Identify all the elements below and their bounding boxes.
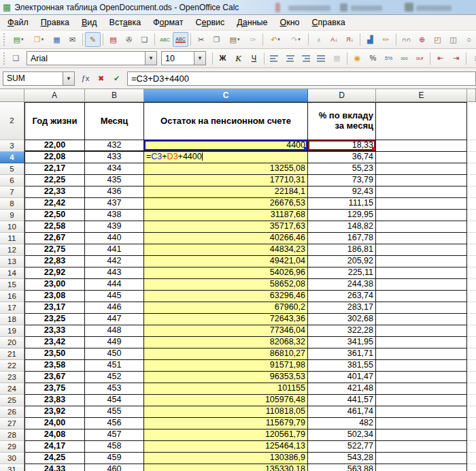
cell-C13[interactable]: 49421,04: [144, 256, 308, 267]
column-header-C[interactable]: C: [144, 89, 308, 102]
row-header-16[interactable]: 16: [0, 291, 24, 302]
row-header-12[interactable]: 12: [0, 244, 24, 256]
cell-D3[interactable]: 18,33: [308, 140, 376, 152]
menu-item-file[interactable]: Файл: [1, 15, 35, 30]
cell-D10[interactable]: 148,82: [308, 221, 376, 233]
row-header-17[interactable]: 17: [0, 302, 24, 314]
insert-chart-button[interactable]: ▟: [362, 32, 378, 47]
cell-C28[interactable]: 120561,79: [144, 429, 308, 441]
function-wizard-button[interactable]: ƒx: [78, 71, 93, 86]
cell-E18[interactable]: [376, 314, 467, 325]
menu-item-edit[interactable]: Правка: [35, 15, 75, 30]
cell-C10[interactable]: 35717,63: [144, 221, 308, 233]
column-header-D[interactable]: D: [308, 89, 376, 102]
export-pdf-button[interactable]: ▤: [105, 32, 121, 47]
cell-D9[interactable]: 129,95: [308, 210, 376, 221]
font-name-combo[interactable]: Arial ▼: [27, 51, 157, 65]
cell-B5[interactable]: 434: [85, 163, 144, 175]
cell-C26[interactable]: 110818,05: [144, 406, 308, 418]
cell-D12[interactable]: 186,81: [308, 244, 376, 256]
chevron-down-icon[interactable]: ▼: [194, 52, 205, 65]
cell-C29[interactable]: 125464,13: [144, 441, 308, 453]
cell-A18[interactable]: 23,25: [24, 314, 85, 325]
navigator-button[interactable]: ⊕: [414, 32, 430, 47]
cell-A12[interactable]: 22,75: [24, 244, 85, 256]
cell-B10[interactable]: 439: [85, 221, 144, 233]
cell-E4[interactable]: [376, 152, 467, 163]
cell-B16[interactable]: 445: [85, 291, 144, 302]
chevron-down-icon[interactable]: ▾: [277, 37, 280, 42]
cell-C16[interactable]: 63296,46: [144, 291, 308, 302]
cell-C27[interactable]: 115679,79: [144, 418, 308, 429]
draw-functions-button[interactable]: ✏: [378, 32, 394, 47]
cell-E20[interactable]: [376, 337, 467, 348]
cell-A27[interactable]: 24,00: [24, 418, 85, 429]
cell-D14[interactable]: 225,11: [308, 267, 376, 279]
cell-D17[interactable]: 283,17: [308, 302, 376, 314]
cell-E12[interactable]: [376, 244, 467, 256]
cell-C21[interactable]: 86810,27: [144, 348, 308, 360]
column-f-stub[interactable]: [467, 186, 476, 198]
column-f-stub[interactable]: [467, 406, 476, 418]
open-folder-button[interactable]: ❐▾: [29, 32, 49, 47]
cell-D22[interactable]: 381,55: [308, 360, 376, 372]
cell-C24[interactable]: 101155: [144, 383, 308, 395]
cell-B8[interactable]: 437: [85, 198, 144, 210]
cancel-button[interactable]: ✖: [93, 71, 109, 86]
hyperlink-button[interactable]: ♁: [311, 32, 326, 47]
row-header-9[interactable]: 9: [0, 210, 24, 221]
cell-E16[interactable]: [376, 291, 467, 302]
find-replace-button[interactable]: ∩∩: [398, 32, 414, 47]
cell-B17[interactable]: 446: [85, 302, 144, 314]
row-header-3[interactable]: 3: [0, 140, 24, 152]
column-f-stub[interactable]: [467, 152, 476, 163]
cell-A20[interactable]: 23,42: [24, 337, 85, 348]
cell-A16[interactable]: 23,08: [24, 291, 85, 302]
cell-B18[interactable]: 447: [85, 314, 144, 325]
cell-B22[interactable]: 451: [85, 360, 144, 372]
decrease-indent-button[interactable]: ⇤: [432, 51, 448, 66]
select-all-corner[interactable]: [0, 89, 24, 102]
column-f-stub[interactable]: [467, 267, 476, 279]
chevron-down-icon[interactable]: ▾: [41, 37, 44, 42]
cell-D30[interactable]: 543,28: [308, 453, 376, 464]
reference-handle-blue[interactable]: [304, 147, 307, 150]
column-f-stub[interactable]: [467, 210, 476, 221]
cell-C17[interactable]: 67960,2: [144, 302, 308, 314]
chevron-down-icon[interactable]: ▼: [63, 72, 74, 85]
column-f-stub[interactable]: [467, 337, 476, 348]
cell-A22[interactable]: 23,58: [24, 360, 85, 372]
column-f-stub[interactable]: [467, 198, 476, 210]
toolbar-grip[interactable]: [2, 33, 6, 46]
column-f-stub[interactable]: [467, 325, 476, 337]
cell-E29[interactable]: [376, 441, 467, 453]
column-f-stub[interactable]: [467, 360, 476, 372]
column-f-stub[interactable]: [467, 314, 476, 325]
column-f-stub[interactable]: [467, 244, 476, 256]
cell-E17[interactable]: [376, 302, 467, 314]
styles-formatting-button[interactable]: ❑: [8, 51, 24, 66]
column-header-stub[interactable]: [467, 89, 476, 102]
cell-D13[interactable]: 205,92: [308, 256, 376, 267]
cell-C8[interactable]: 26676,53: [144, 198, 308, 210]
cell-D31[interactable]: 563,88: [308, 464, 376, 471]
cell-D7[interactable]: 92,43: [308, 186, 376, 198]
column-f-stub[interactable]: [467, 163, 476, 175]
formula-input-line[interactable]: =C3+D3+4400: [127, 71, 476, 86]
cell-E23[interactable]: [376, 372, 467, 383]
cell-A30[interactable]: 24,25: [24, 453, 85, 464]
cell-C4[interactable]: =C3+D3+4400: [144, 152, 308, 163]
row-header-8[interactable]: 8: [0, 198, 24, 210]
row-header-31[interactable]: 31: [0, 464, 24, 471]
cell-C3[interactable]: 4400: [144, 140, 308, 152]
row-header-25[interactable]: 25: [0, 395, 24, 406]
cell-A5[interactable]: 22,17: [24, 163, 85, 175]
cell-B26[interactable]: 455: [85, 406, 144, 418]
cell-B21[interactable]: 450: [85, 348, 144, 360]
cell-D4[interactable]: 36,74: [308, 152, 376, 163]
cell-E7[interactable]: [376, 186, 467, 198]
cell-D19[interactable]: 322,28: [308, 325, 376, 337]
header-cell-C2[interactable]: Остаток на пенсионном счете: [144, 102, 308, 140]
menu-item-help[interactable]: Справка: [306, 15, 352, 30]
align-justify-button[interactable]: [313, 51, 329, 66]
